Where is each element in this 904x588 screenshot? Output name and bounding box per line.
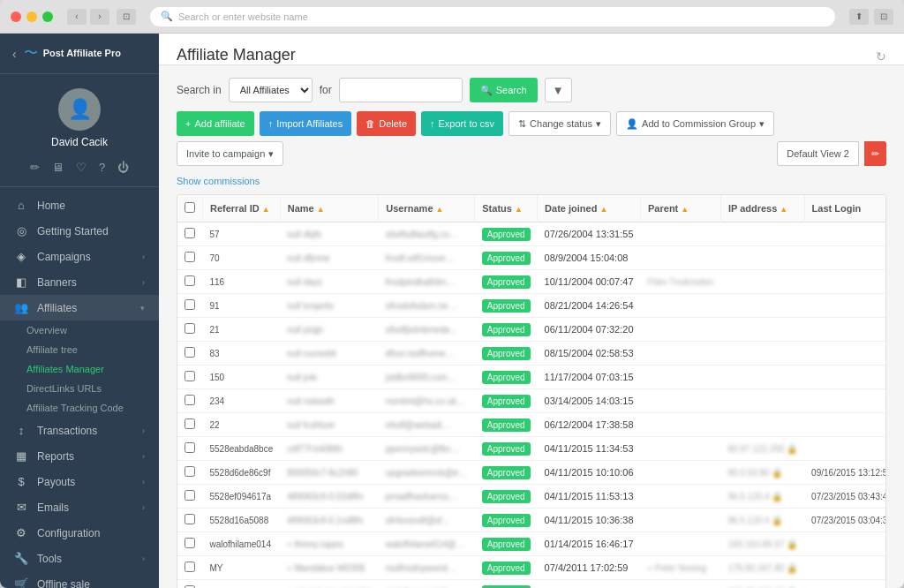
ip-address-cell (720, 342, 804, 366)
status-cell: Approved (475, 294, 538, 318)
th-parent[interactable]: Parent▲ (641, 195, 721, 222)
help-icon[interactable]: ? (99, 161, 105, 174)
chevron-down-icon: ▾ (596, 118, 601, 130)
row-checkbox-cell (177, 389, 203, 413)
sidebar-item-home[interactable]: ⌂ Home (0, 192, 159, 218)
referral-id-cell: 5528eabda8bce (203, 437, 281, 461)
delete-button[interactable]: 🗑 Delete (357, 111, 416, 136)
row-checkbox[interactable] (185, 252, 195, 262)
select-all-checkbox[interactable] (185, 202, 195, 213)
sidebar-item-tracking-code[interactable]: Affiliate Tracking Code (0, 398, 159, 418)
row-checkbox[interactable] (185, 347, 195, 358)
status-cell: Approved (475, 485, 538, 509)
edit-icon[interactable]: ✏ (30, 161, 40, 174)
search-button[interactable]: 🔍 Search (470, 78, 538, 102)
sidebar-item-tools[interactable]: 🔧 Tools › (0, 546, 159, 571)
last-login-cell (804, 389, 886, 413)
name-cell: null fcshfure (280, 413, 379, 437)
new-tab-button[interactable]: ⊡ (874, 9, 893, 25)
row-checkbox[interactable] (185, 490, 195, 501)
sidebar-item-directlinks[interactable]: DirectLinks URLs (0, 379, 159, 398)
page-title: Affiliate Manager (177, 46, 296, 64)
user-icon: 👤 (626, 118, 638, 130)
sidebar-item-payouts[interactable]: $ Payouts › (0, 469, 159, 494)
row-checkbox[interactable] (185, 514, 195, 524)
search-input[interactable] (339, 78, 463, 102)
th-date-joined[interactable]: Date joined▲ (538, 195, 641, 222)
sidebar-item-campaigns[interactable]: ◈ Campaigns › (0, 244, 159, 269)
th-ip-address[interactable]: IP address▲ (720, 195, 804, 222)
row-checkbox[interactable] (185, 323, 195, 334)
default-view-button[interactable]: Default View 2 (777, 141, 859, 166)
address-bar[interactable]: 🔍 Search or enter website name (150, 7, 835, 26)
last-login-cell (804, 580, 886, 589)
sidebar-item-affiliates-manager[interactable]: Affiliates Manager (0, 359, 159, 379)
parent-cell (641, 437, 721, 461)
sidebar-item-configuration[interactable]: ⚙ Configuration (0, 520, 159, 546)
traffic-lights (11, 11, 53, 22)
sidebar-item-emails[interactable]: ✉ Emails › (0, 494, 159, 520)
tab-button[interactable]: ⊡ (117, 9, 136, 25)
monitor-icon[interactable]: 🖥 (52, 161, 64, 174)
last-login-cell (804, 556, 886, 580)
last-login-cell (804, 246, 886, 270)
refresh-icon[interactable]: ↻ (876, 49, 886, 64)
add-affiliate-button[interactable]: + Add affiliate (177, 111, 254, 136)
export-csv-button[interactable]: ↑ Export to csv (421, 111, 503, 136)
sort-icon: ▲ (317, 205, 325, 214)
date-joined-cell: 08/15/2004 02:58:53 (538, 342, 641, 366)
maximize-button[interactable] (42, 11, 53, 22)
th-name[interactable]: Name▲ (280, 195, 379, 222)
row-checkbox-cell (177, 485, 203, 509)
affiliates-table-container: Referral ID▲ Name▲ Username▲ Status▲ Dat… (177, 194, 886, 588)
view-edit-button[interactable]: ✏ (864, 141, 886, 166)
forward-button[interactable]: › (90, 9, 109, 25)
last-login-cell: 09/16/2015 13:12:56 (804, 461, 886, 485)
date-joined-cell: 11/17/2004 07:03:15 (538, 366, 641, 389)
heart-icon[interactable]: ♡ (76, 161, 87, 174)
close-button[interactable] (11, 11, 21, 22)
sidebar-back-button[interactable]: ‹ (12, 47, 17, 61)
sidebar-item-offline-sale[interactable]: 🛒 Offline sale (0, 571, 159, 588)
row-checkbox[interactable] (185, 228, 195, 238)
share-button[interactable]: ⬆ (849, 9, 869, 25)
row-checkbox[interactable] (185, 299, 195, 310)
filter-button[interactable]: ▼ (545, 78, 572, 102)
th-status[interactable]: Status▲ (475, 195, 538, 222)
sidebar-item-banners[interactable]: ◧ Banners › (0, 269, 159, 295)
power-icon[interactable]: ⏻ (117, 161, 129, 174)
status-badge: Approved (482, 275, 531, 289)
referral-id-cell: MY (203, 556, 281, 580)
row-checkbox[interactable] (185, 371, 195, 381)
row-checkbox[interactable] (185, 466, 195, 477)
change-status-button[interactable]: ⇅ Change status ▾ (508, 111, 611, 136)
sidebar-item-overview[interactable]: Overview (0, 320, 159, 340)
name-cell: null pisjjn (280, 318, 379, 342)
back-button[interactable]: ‹ (67, 9, 87, 25)
commission-group-button[interactable]: 👤 Add to Commission Group ▾ (616, 111, 774, 136)
invite-campaign-button[interactable]: Invite to campaign ▾ (177, 141, 283, 166)
sidebar-item-transactions[interactable]: ↕ Transactions › (0, 418, 159, 443)
show-commissions-button[interactable]: Show commissions (177, 176, 260, 186)
minimize-button[interactable] (26, 11, 37, 22)
parent-cell: Fhkn Tnukmebm (641, 270, 721, 294)
row-checkbox[interactable] (185, 562, 195, 572)
sidebar-item-getting-started[interactable]: ◎ Getting Started (0, 218, 159, 244)
sidebar-item-reports[interactable]: ▦ Reports › (0, 443, 159, 469)
th-username[interactable]: Username▲ (379, 195, 475, 222)
row-checkbox-cell (177, 366, 203, 389)
status-cell: Approved (475, 246, 538, 270)
row-checkbox[interactable] (185, 538, 195, 548)
status-badge: Approved (482, 490, 531, 503)
sidebar-item-affiliates[interactable]: 👥 Affiliates ▾ (0, 295, 159, 320)
row-checkbox-cell (177, 437, 203, 461)
import-affiliates-button[interactable]: ↑ Import Affiliates (260, 111, 352, 136)
search-in-select[interactable]: All Affiliates (229, 78, 313, 102)
sub-nav-label: Overview (26, 325, 67, 335)
row-checkbox[interactable] (185, 395, 195, 405)
row-checkbox[interactable] (185, 275, 195, 286)
row-checkbox[interactable] (185, 442, 195, 453)
row-checkbox[interactable] (185, 418, 195, 429)
th-referral-id[interactable]: Referral ID▲ (203, 195, 281, 222)
sidebar-item-affiliate-tree[interactable]: Affiliate tree (0, 340, 159, 359)
